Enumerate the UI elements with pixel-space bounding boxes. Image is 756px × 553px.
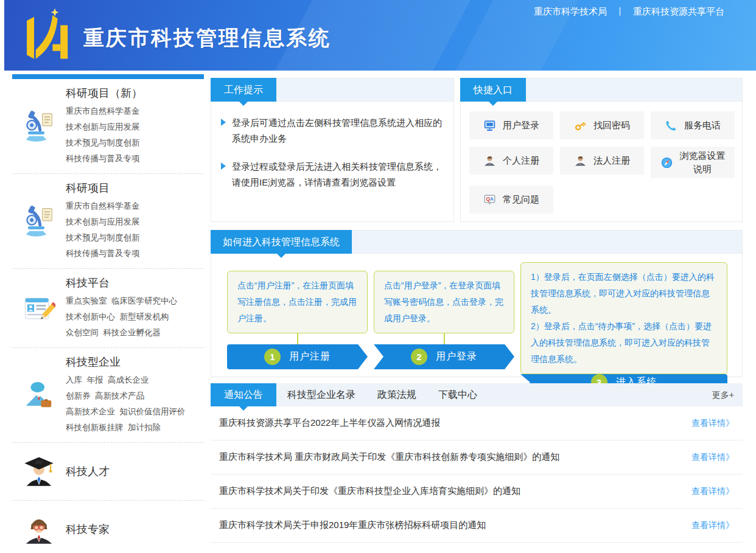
monitor-icon <box>483 119 496 132</box>
how-to-enter-header: 如何进入科技管理信息系统 <box>211 231 742 254</box>
step-label: 用户登录 <box>436 350 477 363</box>
service-phone-button[interactable]: 服务电话 <box>651 111 735 139</box>
sidebar-item-tech-talent[interactable]: 科技人才 <box>12 443 204 501</box>
guide-step-column: 1）登录后，在页面左侧选择（点击）要进入的科技管理信息系统，即可进入对应的科技管… <box>520 262 727 369</box>
news-title[interactable]: 重庆市科学技术局关于印发《重庆市科技型企业入库培育实施细则》的通知 <box>219 485 520 497</box>
sidebar-section-links[interactable]: 重庆市自然科学基金 技术创新与应用发展 技术预见与制度创新 科技传播与普及专项 <box>66 198 201 262</box>
step-label: 用户注册 <box>289 350 331 363</box>
work-tips-panel: 工作提示 登录后可通过点击左侧科技管理信息系统进入相应的系统申办业务 登录过程或… <box>211 78 454 222</box>
key-icon <box>574 119 587 132</box>
phone-icon <box>665 119 677 132</box>
work-tip-text: 登录过程或登录后无法进入相关科技管理信息系统，请使用IE浏览器，详情请查看浏览器… <box>232 159 443 190</box>
tab-tech-enterprise-directory[interactable]: 科技型企业名录 <box>276 383 366 406</box>
header-links: 重庆市科学技术局 丨 重庆科技资源共享平台 <box>534 6 724 18</box>
compass-icon <box>660 156 673 169</box>
step-bar-register: 1 用户注册 <box>227 344 368 369</box>
sidebar-section-title[interactable]: 科技人才 <box>66 464 201 479</box>
step-bar-login: 2 用户登录 <box>374 344 514 369</box>
sidebar-section-title[interactable]: 科技专家 <box>66 522 201 537</box>
guide-step-box: 点击“用户登录”，在登录页面填写账号密码信息，点击登录，完成用户登录。 <box>374 271 514 333</box>
quick-entry-header: 快捷入口 <box>461 78 742 102</box>
work-tips-tab: 工作提示 <box>211 78 276 102</box>
quick-entry-tab: 快捷入口 <box>460 78 526 102</box>
news-list: 重庆科技资源共享平台2022年上半年仪器入网情况通报 查看详情》 重庆市科学技术… <box>211 406 743 553</box>
news-title[interactable]: 重庆市科学技术局关于申报2019年重庆市张榜招标科研项目的通知 <box>219 520 486 531</box>
microscope-icon <box>12 110 66 143</box>
legal-register-button[interactable]: 法人注册 <box>560 147 644 175</box>
sidebar-item-research-projects-new[interactable]: 科研项目（新） 重庆市自然科学基金 技术创新与应用发展 技术预见与制度创新 科技… <box>12 79 204 174</box>
user-login-button[interactable]: 用户登录 <box>469 111 553 139</box>
sidebar-section-title[interactable]: 科技型企业 <box>66 355 201 369</box>
sidebar-section-links[interactable]: 重点实验室 临床医学研究中心 技术创新中心 新型研发机构 众创空间 科技企业孵化… <box>66 293 201 341</box>
step-number-badge: 2 <box>411 349 427 365</box>
header-link-share-platform[interactable]: 重庆科技资源共享平台 <box>633 6 724 18</box>
triangle-bullet-icon <box>221 119 226 126</box>
quick-button-label: 用户登录 <box>503 119 539 132</box>
guide-step-box: 点击“用户注册”，在注册页面填写注册信息，点击注册，完成用户注册。 <box>227 271 368 333</box>
sidebar-item-research-projects[interactable]: 科研项目 重庆市自然科学基金 技术创新与应用发展 技术预见与制度创新 科技传播与… <box>12 174 204 269</box>
header-link-divider: 丨 <box>615 6 625 18</box>
find-password-button[interactable]: 找回密码 <box>560 111 644 139</box>
sidebar-section-title[interactable]: 科技平台 <box>66 276 201 290</box>
news-row[interactable]: 重庆市科学技术局关于印发《重庆市科技型企业入库培育实施细则》的通知 查看详情》 <box>211 475 743 509</box>
view-detail-link[interactable]: 查看详情》 <box>691 520 734 531</box>
page: 重庆市科技管理信息系统 重庆市科学技术局 丨 重庆科技资源共享平台 科研项目（新… <box>0 0 756 553</box>
site-logo-icon <box>20 6 76 64</box>
guide-step-text: 点击“用户注册”，在注册页面填写注册信息，点击注册，完成用户注册。 <box>237 277 357 327</box>
work-tip-text: 登录后可通过点击左侧科技管理信息系统进入相应的系统申办业务 <box>232 115 443 147</box>
guide-step-column: 点击“用户登录”，在登录页面填写账号密码信息，点击登录，完成用户登录。 2 用户… <box>374 262 514 369</box>
view-detail-link[interactable]: 查看详情》 <box>691 452 734 463</box>
browser-settings-button[interactable]: 浏览器设置 说明 <box>651 147 735 178</box>
work-tips-header: 工作提示 <box>211 78 453 102</box>
personal-register-button[interactable]: 个人注册 <box>469 147 553 175</box>
guide-connector-line <box>444 333 445 344</box>
sidebar-item-tech-expert[interactable]: 科技专家 <box>12 501 204 553</box>
person-icon <box>483 155 496 167</box>
person-icon <box>574 155 587 167</box>
news-row[interactable]: 重庆市科学技术局关于申报2019年重庆市张榜招标科研项目的通知 查看详情》 <box>211 509 743 543</box>
more-link[interactable]: 更多+ <box>712 383 734 406</box>
microscope-icon <box>12 205 66 238</box>
news-row[interactable]: 重庆科技资源共享平台2022年上半年仪器入网情况通报 查看详情》 <box>211 406 743 440</box>
sidebar-section-title[interactable]: 科研项目 <box>66 181 201 195</box>
svg-text:A: A <box>490 196 494 202</box>
notice-panel: 通知公告 科技型企业名录 政策法规 下载中心 更多+ 重庆科技资源共享平台202… <box>211 383 743 553</box>
news-title[interactable]: 重庆市科学技术局 重庆市财政局关于印发《重庆市科技创新券专项实施细则》的通知 <box>219 451 559 463</box>
sidebar-section-title[interactable]: 科研项目（新） <box>66 86 201 100</box>
quick-button-label: 法人注册 <box>593 154 630 167</box>
sidebar-section-links[interactable]: 重庆市自然科学基金 技术创新与应用发展 技术预见与制度创新 科技传播与普及专项 <box>66 103 201 167</box>
guide-step-column: 点击“用户注册”，在注册页面填写注册信息，点击注册，完成用户注册。 1 用户注册 <box>227 262 368 369</box>
quick-button-label: 找回密码 <box>593 119 630 132</box>
sidebar-top-bar <box>12 74 204 79</box>
platform-icon <box>12 292 66 325</box>
guide-step-box: 1）登录后，在页面左侧选择（点击）要进入的科技管理信息系统，即可进入对应的科技管… <box>520 262 727 374</box>
tab-policies-regulations[interactable]: 政策法规 <box>366 383 427 406</box>
sidebar-section-links[interactable]: 入库 年报 高成长企业 创新券 高新技术产品 高新技术企业 知识价值信用评价 科… <box>66 372 201 436</box>
how-to-enter-panel: 如何进入科技管理信息系统 点击“用户注册”，在注册页面填写注册信息，点击注册，完… <box>211 230 743 377</box>
header-link-bureau[interactable]: 重庆市科学技术局 <box>534 6 607 18</box>
news-row[interactable] <box>211 543 743 553</box>
quick-button-label: 浏览器设置 说明 <box>680 149 726 176</box>
quick-button-label: 服务电话 <box>684 119 721 132</box>
view-detail-link[interactable]: 查看详情》 <box>691 486 734 497</box>
sidebar: 科研项目（新） 重庆市自然科学基金 技术创新与应用发展 技术预见与制度创新 科技… <box>12 74 204 553</box>
talent-icon <box>12 455 66 488</box>
news-title[interactable]: 重庆科技资源共享平台2022年上半年仪器入网情况通报 <box>219 417 440 429</box>
guide-step-text: 1）登录后，在页面左侧选择（点击）要进入的科技管理信息系统，即可进入对应的科技管… <box>531 269 717 367</box>
sidebar-item-tech-platform[interactable]: 科技平台 重点实验室 临床医学研究中心 技术创新中心 新型研发机构 众创空间 科… <box>12 269 204 348</box>
triangle-bullet-icon <box>221 162 226 170</box>
qa-icon: QA <box>483 193 496 206</box>
header-banner: 重庆市科技管理信息系统 重庆市科学技术局 丨 重庆科技资源共享平台 <box>4 0 756 71</box>
news-row[interactable]: 重庆市科学技术局 重庆市财政局关于印发《重庆市科技创新券专项实施细则》的通知 查… <box>211 440 743 475</box>
faq-button[interactable]: QA 常见问题 <box>469 186 553 214</box>
quick-entry-panel: 快捷入口 用户登录 找回密码 服务电话 个人注册 <box>460 78 743 222</box>
work-tip-item: 登录过程或登录后无法进入相关科技管理信息系统，请使用IE浏览器，详情请查看浏览器… <box>221 159 443 190</box>
quick-button-label: 个人注册 <box>503 154 539 167</box>
tab-notice-announcements[interactable]: 通知公告 <box>211 383 276 406</box>
view-detail-link[interactable]: 查看详情》 <box>691 418 734 429</box>
tab-download-center[interactable]: 下载中心 <box>427 383 488 406</box>
how-to-enter-tab: 如何进入科技管理信息系统 <box>211 230 352 254</box>
notice-tab-bar: 通知公告 科技型企业名录 政策法规 下载中心 更多+ <box>211 383 743 406</box>
sidebar-item-tech-enterprise[interactable]: 科技型企业 入库 年报 高成长企业 创新券 高新技术产品 高新技术企业 知识价值… <box>12 348 204 443</box>
main-content: 工作提示 登录后可通过点击左侧科技管理信息系统进入相应的系统申办业务 登录过程或… <box>211 74 743 553</box>
